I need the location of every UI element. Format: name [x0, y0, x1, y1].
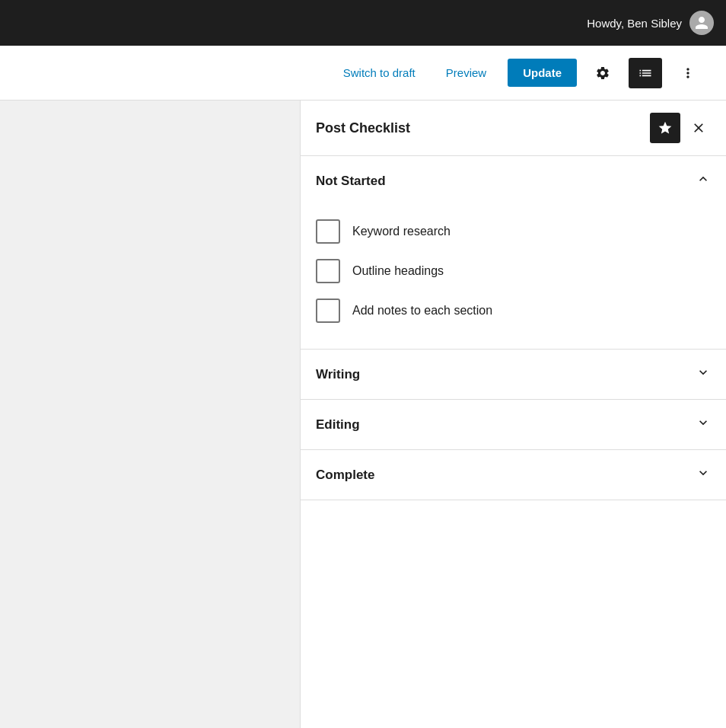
gear-icon [595, 65, 610, 81]
user-icon [694, 15, 709, 30]
checklist-panel-button[interactable] [629, 58, 662, 88]
section-editing-header[interactable]: Editing [301, 400, 726, 449]
more-options-button[interactable] [674, 59, 702, 87]
checklist-item-keyword-research-label: Keyword research [352, 225, 451, 238]
star-icon [658, 120, 673, 136]
section-complete-header[interactable]: Complete [301, 450, 726, 500]
checklist-item-outline-headings-label: Outline headings [352, 264, 444, 278]
user-greeting-area: Howdy, Ben Sibley [587, 11, 714, 35]
section-not-started-header[interactable]: Not Started [301, 156, 726, 206]
section-not-started-body: Keyword research Outline headings Add no… [301, 206, 726, 349]
star-button[interactable] [650, 113, 680, 143]
close-panel-button[interactable] [686, 116, 711, 140]
top-bar: Howdy, Ben Sibley [0, 0, 726, 46]
section-complete-label: Complete [316, 468, 374, 483]
checklist-item-add-notes: Add notes to each section [316, 291, 711, 330]
editor-area [0, 101, 300, 728]
update-button[interactable]: Update [508, 59, 577, 87]
section-complete: Complete [301, 450, 726, 500]
preview-button[interactable]: Preview [437, 60, 495, 85]
more-vertical-icon [680, 65, 696, 81]
checkbox-outline-headings[interactable] [316, 259, 340, 283]
chevron-down-icon-complete [696, 465, 711, 484]
post-checklist-panel: Post Checklist Not Started [300, 101, 726, 728]
section-not-started: Not Started Keyword research Outline hea… [301, 156, 726, 350]
section-writing: Writing [301, 350, 726, 400]
section-editing: Editing [301, 400, 726, 450]
close-icon [691, 120, 706, 136]
section-not-started-label: Not Started [316, 174, 386, 189]
checkbox-add-notes[interactable] [316, 299, 340, 323]
checklist-item-keyword-research: Keyword research [316, 212, 711, 251]
section-writing-label: Writing [316, 367, 360, 382]
chevron-up-icon [696, 171, 711, 190]
main-content: Post Checklist Not Started [0, 101, 726, 728]
toolbar: Switch to draft Preview Update [0, 46, 726, 101]
greeting-text: Howdy, Ben Sibley [587, 17, 682, 30]
switch-to-draft-button[interactable]: Switch to draft [334, 60, 425, 85]
checklist-item-outline-headings: Outline headings [316, 251, 711, 291]
list-icon [638, 65, 653, 81]
panel-title: Post Checklist [316, 120, 410, 136]
section-writing-header[interactable]: Writing [301, 350, 726, 399]
settings-button[interactable] [589, 59, 616, 87]
panel-header: Post Checklist [301, 101, 726, 156]
section-editing-label: Editing [316, 417, 360, 433]
chevron-down-icon [696, 365, 711, 384]
checklist-item-add-notes-label: Add notes to each section [352, 304, 492, 318]
chevron-down-icon-editing [696, 415, 711, 434]
panel-header-actions [650, 113, 711, 143]
checkbox-keyword-research[interactable] [316, 219, 340, 244]
avatar[interactable] [689, 11, 714, 35]
